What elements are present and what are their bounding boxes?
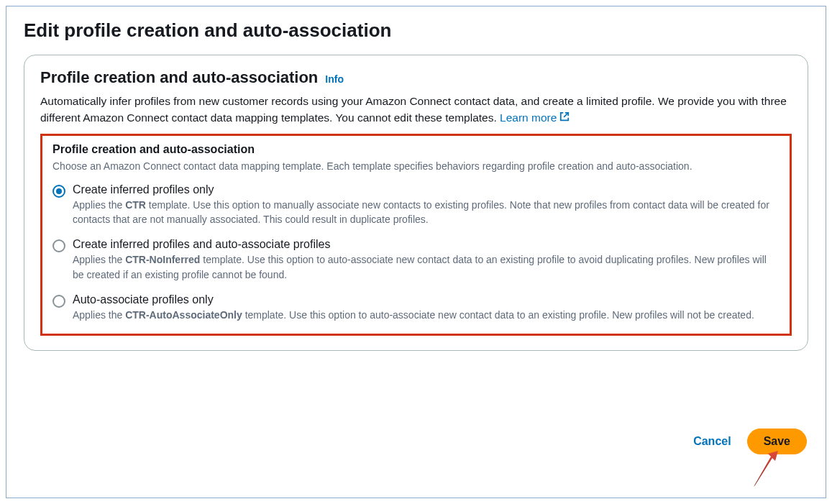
cancel-button[interactable]: Cancel bbox=[693, 435, 731, 448]
annotation-arrow-icon bbox=[746, 449, 782, 492]
radio-description: Applies the CTR template. Use this optio… bbox=[73, 198, 780, 227]
page-container: Edit profile creation and auto-associati… bbox=[6, 6, 826, 498]
settings-card: Profile creation and auto-association In… bbox=[24, 55, 808, 351]
radio-body: Auto-associate profiles onlyApplies the … bbox=[73, 293, 780, 322]
radio-button[interactable] bbox=[52, 185, 65, 198]
radio-desc-prefix: Applies the bbox=[73, 309, 125, 321]
radio-title[interactable]: Create inferred profiles and auto-associ… bbox=[73, 238, 780, 251]
radio-group: Create inferred profiles onlyApplies the… bbox=[52, 183, 780, 322]
section-helper: Choose an Amazon Connect contact data ma… bbox=[52, 159, 780, 173]
external-link-icon bbox=[559, 109, 570, 126]
card-heading: Profile creation and auto-association bbox=[40, 68, 318, 87]
learn-more-link[interactable]: Learn more bbox=[500, 109, 570, 126]
radio-option[interactable]: Create inferred profiles onlyApplies the… bbox=[52, 183, 780, 227]
radio-title[interactable]: Create inferred profiles only bbox=[73, 183, 780, 196]
info-link[interactable]: Info bbox=[325, 73, 344, 85]
radio-template-name: CTR-NoInferred bbox=[125, 254, 200, 265]
footer-actions: Cancel Save bbox=[693, 429, 807, 454]
radio-option[interactable]: Auto-associate profiles onlyApplies the … bbox=[52, 293, 780, 322]
radio-template-name: CTR-AutoAssociateOnly bbox=[125, 309, 242, 321]
learn-more-label: Learn more bbox=[500, 109, 557, 126]
radio-button[interactable] bbox=[52, 239, 65, 252]
card-description: Automatically infer profiles from new cu… bbox=[40, 93, 792, 127]
radio-button[interactable] bbox=[52, 295, 65, 308]
radio-description: Applies the CTR-NoInferred template. Use… bbox=[73, 252, 780, 282]
section-label: Profile creation and auto-association bbox=[52, 143, 780, 156]
radio-desc-suffix: template. Use this option to manually as… bbox=[73, 199, 769, 225]
save-button[interactable]: Save bbox=[747, 429, 807, 454]
radio-body: Create inferred profiles and auto-associ… bbox=[73, 238, 780, 282]
card-description-text: Automatically infer profiles from new cu… bbox=[40, 95, 787, 124]
radio-desc-suffix: template. Use this option to auto-associ… bbox=[242, 309, 754, 321]
card-heading-row: Profile creation and auto-association In… bbox=[40, 68, 792, 87]
radio-selected-dot-icon bbox=[56, 188, 62, 194]
radio-title[interactable]: Auto-associate profiles only bbox=[73, 293, 780, 306]
radio-template-name: CTR bbox=[125, 199, 146, 211]
radio-body: Create inferred profiles onlyApplies the… bbox=[73, 183, 780, 227]
page-title: Edit profile creation and auto-associati… bbox=[24, 19, 808, 42]
radio-option[interactable]: Create inferred profiles and auto-associ… bbox=[52, 238, 780, 282]
radio-desc-prefix: Applies the bbox=[73, 254, 125, 265]
radio-description: Applies the CTR-AutoAssociateOnly templa… bbox=[73, 308, 780, 322]
highlighted-section: Profile creation and auto-association Ch… bbox=[40, 134, 792, 336]
radio-desc-prefix: Applies the bbox=[73, 199, 125, 211]
